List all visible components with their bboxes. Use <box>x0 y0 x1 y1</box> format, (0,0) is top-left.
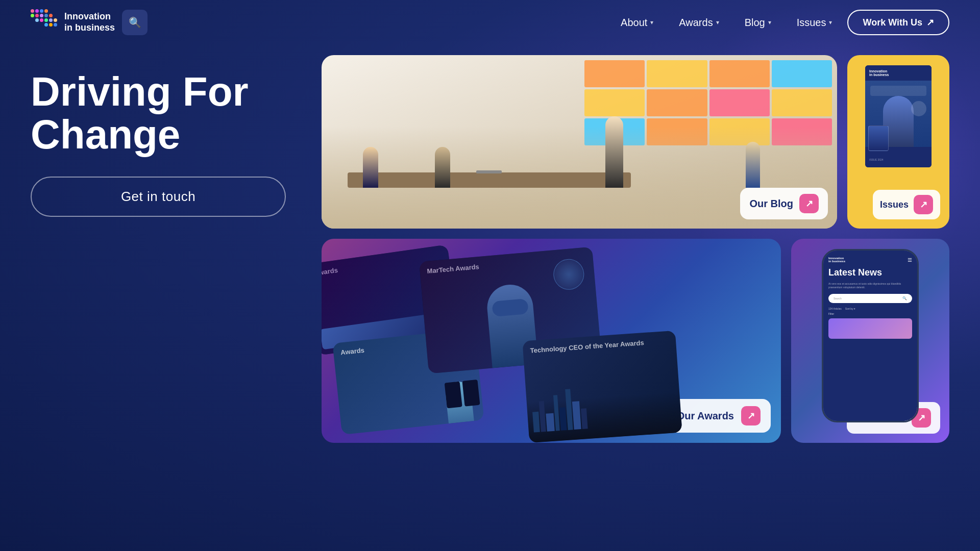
logo-dot <box>44 9 48 13</box>
issues-card[interactable]: Innovation in business ISSUE 2024 <box>847 55 949 229</box>
phone-nav: Innovation in business ☰ <box>828 257 912 263</box>
logo-icon <box>31 9 57 36</box>
logo-dot <box>40 9 43 13</box>
chevron-down-icon: ▾ <box>716 19 719 26</box>
logo-dot <box>54 23 57 27</box>
logo-dot <box>35 18 39 22</box>
phone-image-area <box>828 318 912 339</box>
logo-dot <box>40 18 43 22</box>
logo-dot <box>49 14 53 17</box>
nav-issues[interactable]: Issues ▾ <box>787 12 843 34</box>
logo-dot <box>31 14 34 17</box>
brand-name: Innovation in business <box>64 11 115 33</box>
right-panels: Our Blog ↗ Innovation in business <box>322 55 949 550</box>
chevron-down-icon: ▾ <box>829 19 832 26</box>
awards-label[interactable]: Our Awards ↗ <box>667 399 771 433</box>
magazine-footer: ISSUE 2024 <box>865 152 932 167</box>
logo-dot <box>44 18 48 22</box>
magazine-mockup: Innovation in business ISSUE 2024 <box>865 65 932 167</box>
awards-arrow-button[interactable]: ↗ <box>741 406 761 425</box>
get-in-touch-button[interactable]: Get in touch <box>31 177 286 217</box>
person-presenter <box>605 116 623 188</box>
search-icon: 🔍 <box>129 16 141 29</box>
subscribe-card[interactable]: Innovation in business ☰ Latest News At … <box>791 239 949 443</box>
logo-dot <box>35 14 39 17</box>
hero-section: Driving For Change Get in touch <box>31 55 306 550</box>
phone-menu-icon: ☰ <box>908 257 912 263</box>
bottom-cards: Awards MarTech Awards <box>322 239 949 443</box>
phone-search-icon: 🔍 <box>902 296 907 300</box>
nav-about[interactable]: About ▾ <box>610 12 664 34</box>
sticky-note <box>709 60 770 87</box>
phone-search: Search 🔍 <box>828 294 912 303</box>
magazine-graphic <box>870 86 926 96</box>
logo-dot <box>54 9 57 13</box>
awards-card[interactable]: Awards MarTech Awards <box>322 239 781 443</box>
sticky-note <box>772 60 832 87</box>
logo-dot <box>35 9 39 13</box>
header: Innovation in business 🔍 About ▾ Awards … <box>0 0 980 45</box>
logo-dot <box>54 18 57 22</box>
top-cards: Our Blog ↗ Innovation in business <box>322 55 949 229</box>
meeting-table <box>348 172 631 188</box>
logo-dot <box>44 23 48 27</box>
phone-mockup: Innovation in business ☰ Latest News At … <box>822 249 919 422</box>
logo-dot <box>35 23 39 27</box>
laptop <box>476 170 502 173</box>
logo-dot <box>49 9 53 13</box>
blog-card[interactable]: Our Blog ↗ <box>322 55 837 229</box>
logo-dot <box>49 18 53 22</box>
blog-label[interactable]: Our Blog ↗ <box>740 188 828 219</box>
nav-blog[interactable]: Blog ▾ <box>734 12 781 34</box>
magazine-thumbnail <box>868 126 889 151</box>
nav-awards[interactable]: Awards ▾ <box>669 12 729 34</box>
external-link-icon: ↗ <box>926 17 934 28</box>
logo-dot <box>40 14 43 17</box>
logo-dot <box>31 9 34 13</box>
person-seated-1 <box>363 147 378 188</box>
phone-screen: Innovation in business ☰ Latest News At … <box>823 251 917 421</box>
magazine-circle <box>911 101 926 116</box>
sticky-note <box>584 60 645 87</box>
issues-label[interactable]: Issues ↗ <box>873 190 940 219</box>
logo-dot <box>40 23 43 27</box>
awards-screen-4: Technology CEO of the Year Awards <box>522 331 682 443</box>
chevron-down-icon: ▾ <box>768 19 771 26</box>
issues-arrow-button[interactable]: ↗ <box>914 195 933 214</box>
person-seated-3 <box>746 142 760 188</box>
person-seated-2 <box>435 147 450 188</box>
magazine-header: Innovation in business <box>865 65 932 81</box>
logo-area: Innovation in business 🔍 <box>31 9 148 36</box>
main-nav: About ▾ Awards ▾ Blog ▾ Issues ▾ Work Wi… <box>610 10 949 35</box>
logo-dot <box>31 18 34 22</box>
blog-arrow-button[interactable]: ↗ <box>799 194 819 213</box>
main-content: Driving For Change Get in touch <box>0 45 980 550</box>
phone-headline: Latest News <box>828 268 912 278</box>
chevron-down-icon: ▾ <box>650 19 653 26</box>
logo-dot <box>54 14 57 17</box>
sticky-note <box>647 60 707 87</box>
logo-dot <box>44 14 48 17</box>
hero-title: Driving For Change <box>31 70 306 156</box>
logo-dot <box>49 23 53 27</box>
logo-dot <box>31 23 34 27</box>
sticky-note <box>647 89 707 116</box>
sticky-note <box>709 89 770 116</box>
search-button[interactable]: 🔍 <box>122 10 148 35</box>
sticky-note <box>772 89 832 116</box>
sticky-note <box>584 89 645 116</box>
work-with-us-button[interactable]: Work With Us ↗ <box>847 10 949 35</box>
